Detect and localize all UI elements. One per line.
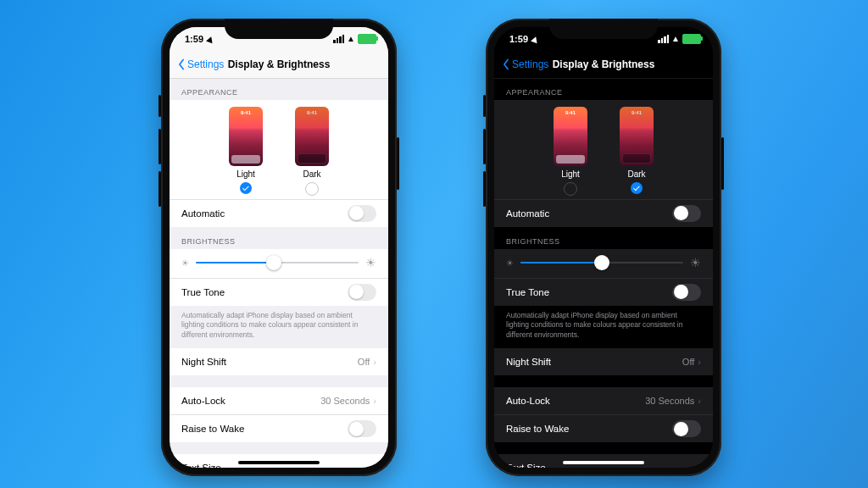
row-label: Auto-Lock xyxy=(506,396,550,406)
cell-signal-icon xyxy=(333,35,344,43)
sun-max-icon: ☀ xyxy=(365,256,376,269)
brightness-header: BRIGHTNESS xyxy=(170,227,388,249)
appearance-panel: 9:41 Light 9:41 Dark xyxy=(170,100,388,199)
automatic-row[interactable]: Automatic xyxy=(494,199,713,227)
home-indicator[interactable] xyxy=(238,461,320,464)
automatic-toggle[interactable] xyxy=(672,205,701,222)
appearance-option-dark[interactable]: 9:41 Dark xyxy=(295,107,329,196)
row-value: Off xyxy=(682,357,694,367)
iphone-dark-mode: 1:59 ▲ Settings Display & Brightness APP… xyxy=(486,19,721,476)
row-label: Raise to Wake xyxy=(181,424,244,434)
night-shift-row[interactable]: Night Shift Off› xyxy=(494,348,713,375)
radio-selected-icon xyxy=(631,182,643,194)
row-label: Text Size xyxy=(181,463,221,468)
chevron-right-icon: › xyxy=(373,357,376,367)
true-tone-row[interactable]: True Tone xyxy=(494,278,713,306)
battery-icon xyxy=(682,34,701,44)
appearance-label: Light xyxy=(236,169,255,179)
sun-max-icon: ☀ xyxy=(690,256,701,269)
location-icon xyxy=(206,35,214,42)
wifi-icon: ▲ xyxy=(347,34,355,43)
true-tone-toggle[interactable] xyxy=(348,284,376,301)
appearance-header: APPEARANCE xyxy=(170,78,388,100)
brightness-slider-row: ☀ ☀ xyxy=(494,249,713,278)
raise-to-wake-row[interactable]: Raise to Wake xyxy=(494,414,713,442)
battery-icon xyxy=(358,34,376,44)
chevron-right-icon: › xyxy=(373,463,376,468)
chevron-right-icon: › xyxy=(698,396,701,406)
appearance-label: Light xyxy=(561,169,580,179)
dark-mode-preview: 9:41 xyxy=(295,107,329,166)
light-mode-preview: 9:41 xyxy=(554,107,587,166)
row-label: Night Shift xyxy=(181,357,226,367)
home-indicator[interactable] xyxy=(563,461,644,464)
appearance-panel: 9:41 Light 9:41 Dark xyxy=(494,100,713,199)
appearance-option-light[interactable]: 9:41 Light xyxy=(554,107,587,196)
true-tone-toggle[interactable] xyxy=(672,284,701,301)
brightness-slider-row: ☀ ☀ xyxy=(170,249,388,278)
raise-to-wake-toggle[interactable] xyxy=(672,420,701,437)
nav-bar: Settings Display & Brightness xyxy=(170,51,388,79)
row-label: Automatic xyxy=(181,208,225,219)
chevron-right-icon: › xyxy=(698,463,701,468)
light-mode-preview: 9:41 xyxy=(229,107,263,166)
row-label: Automatic xyxy=(506,208,549,219)
row-label: Text Size xyxy=(506,463,546,468)
radio-unselected-icon xyxy=(564,182,577,196)
notch xyxy=(225,19,333,39)
radio-unselected-icon xyxy=(305,182,319,196)
chevron-right-icon: › xyxy=(373,396,376,406)
row-label: Night Shift xyxy=(506,357,551,367)
row-label: True Tone xyxy=(506,287,549,297)
true-tone-row[interactable]: True Tone xyxy=(170,278,388,306)
sun-min-icon: ☀ xyxy=(181,258,189,268)
wifi-icon: ▲ xyxy=(671,34,680,43)
sun-min-icon: ☀ xyxy=(506,258,514,268)
auto-lock-row[interactable]: Auto-Lock 30 Seconds› xyxy=(494,387,713,414)
status-time: 1:59 xyxy=(509,34,528,44)
appearance-label: Dark xyxy=(627,169,645,179)
automatic-toggle[interactable] xyxy=(348,205,376,222)
true-tone-footnote: Automatically adapt iPhone display based… xyxy=(494,306,713,348)
appearance-header: APPEARANCE xyxy=(494,78,713,100)
row-label: Auto-Lock xyxy=(181,396,225,406)
brightness-header: BRIGHTNESS xyxy=(494,227,713,249)
page-title: Display & Brightness xyxy=(170,58,388,70)
appearance-label: Dark xyxy=(303,169,320,179)
true-tone-footnote: Automatically adapt iPhone display based… xyxy=(170,306,388,348)
row-value: 30 Seconds xyxy=(645,396,694,406)
iphone-light-mode: 1:59 ▲ Settings Display & Brightness APP… xyxy=(161,19,397,476)
appearance-option-light[interactable]: 9:41 Light xyxy=(229,107,263,196)
row-label: Raise to Wake xyxy=(506,424,569,434)
notch xyxy=(549,19,658,39)
row-value: 30 Seconds xyxy=(320,396,370,406)
night-shift-row[interactable]: Night Shift Off› xyxy=(170,348,388,375)
page-title: Display & Brightness xyxy=(494,58,713,70)
auto-lock-row[interactable]: Auto-Lock 30 Seconds› xyxy=(170,387,388,414)
cell-signal-icon xyxy=(658,35,669,43)
location-icon xyxy=(531,35,539,42)
brightness-slider[interactable] xyxy=(520,262,683,264)
chevron-right-icon: › xyxy=(698,357,701,367)
radio-selected-icon xyxy=(240,182,252,194)
appearance-option-dark[interactable]: 9:41 Dark xyxy=(620,107,654,196)
row-value: Off xyxy=(358,357,370,367)
brightness-slider[interactable] xyxy=(196,262,359,264)
row-label: True Tone xyxy=(181,287,225,297)
status-time: 1:59 xyxy=(185,34,203,44)
raise-to-wake-toggle[interactable] xyxy=(348,420,376,437)
raise-to-wake-row[interactable]: Raise to Wake xyxy=(170,414,388,442)
automatic-row[interactable]: Automatic xyxy=(170,199,388,227)
dark-mode-preview: 9:41 xyxy=(620,107,654,166)
nav-bar: Settings Display & Brightness xyxy=(494,51,713,79)
